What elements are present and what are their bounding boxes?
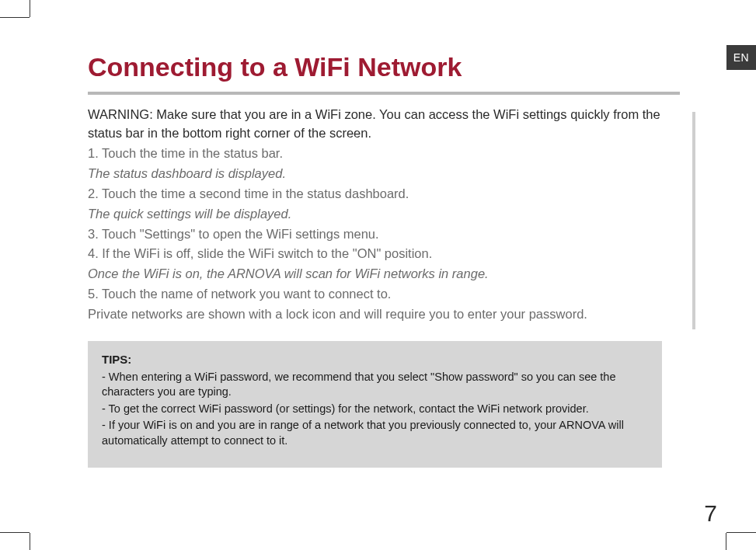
crop-mark bbox=[726, 533, 726, 550]
step-4: 4. If the WiFi is off, slide the WiFi sw… bbox=[88, 245, 680, 263]
step-1: 1. Touch the time in the status bar. bbox=[88, 144, 680, 163]
crop-mark bbox=[726, 532, 756, 533]
tips-box: TIPS: - When entering a WiFi password, w… bbox=[88, 341, 662, 467]
page-title: Connecting to a WiFi Network bbox=[88, 52, 680, 82]
body-content: WARNING: Make sure that you are in a WiF… bbox=[88, 106, 680, 468]
title-divider bbox=[88, 92, 680, 95]
scrollbar-track bbox=[692, 112, 695, 329]
crop-mark bbox=[30, 0, 30, 17]
crop-mark bbox=[0, 17, 30, 18]
page-content: Connecting to a WiFi Network WARNING: Ma… bbox=[30, 17, 726, 533]
step-3: 3. Touch "Settings" to open the WiFi set… bbox=[88, 225, 680, 244]
step-2-note: The quick settings will be displayed. bbox=[88, 205, 680, 224]
step-5: 5. Touch the name of network you want to… bbox=[88, 285, 680, 304]
crop-mark bbox=[30, 533, 30, 550]
step-1-note: The status dashboard is displayed. bbox=[88, 165, 680, 183]
tip-3: - If your WiFi is on and you are in rang… bbox=[102, 418, 648, 448]
tips-label: TIPS: bbox=[102, 353, 131, 366]
tip-1: - When entering a WiFi password, we reco… bbox=[102, 370, 648, 400]
step-2: 2. Touch the time a second time in the s… bbox=[88, 185, 680, 204]
step-5-note: Private networks are shown with a lock i… bbox=[88, 305, 680, 324]
tip-2: - To get the correct WiFi password (or s… bbox=[102, 402, 648, 417]
step-4-note: Once the WiFi is on, the ARNOVA will sca… bbox=[88, 265, 680, 284]
crop-mark bbox=[0, 532, 30, 533]
page-number: 7 bbox=[704, 500, 717, 527]
language-tag: EN bbox=[726, 45, 756, 70]
warning-text: WARNING: Make sure that you are in a WiF… bbox=[88, 106, 680, 143]
